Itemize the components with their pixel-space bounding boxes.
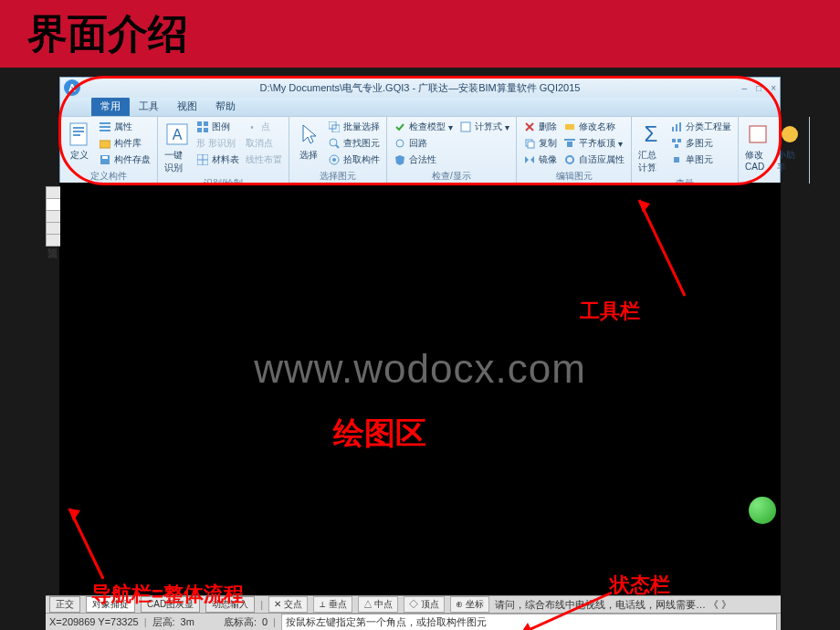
ribbon-group-check: 检查模型 ▾ 回路 合法性 计算式 ▾ 检查/显示 <box>387 117 517 184</box>
svg-rect-31 <box>528 142 534 148</box>
cancel-point-button[interactable]: 取消点 <box>244 136 284 151</box>
sb-coord-button[interactable]: ⊕ 坐标 <box>450 596 489 613</box>
side-tab-draw-input[interactable]: 绘图输入 <box>46 198 60 211</box>
svg-marker-33 <box>530 156 534 163</box>
sb-vertex-button[interactable]: ◇ 顶点 <box>404 596 445 613</box>
green-badge[interactable] <box>749 497 776 524</box>
single-icon <box>670 153 683 166</box>
shield-icon <box>394 153 406 166</box>
point-button[interactable]: •点 <box>244 120 284 134</box>
calc-expr-button[interactable]: 计算式 ▾ <box>457 120 511 134</box>
close-button[interactable]: × <box>771 83 776 93</box>
svg-rect-1 <box>73 127 84 129</box>
sb-coordinates: X=209869 Y=73325 <box>49 616 139 627</box>
sb-intersect-button[interactable]: ✕ 交点 <box>268 596 308 613</box>
svg-rect-41 <box>679 122 681 131</box>
maximize-button[interactable]: □ <box>756 83 761 93</box>
sb-perp-button[interactable]: ⊥ 垂点 <box>313 596 352 613</box>
assistant-icon <box>777 121 803 147</box>
find-element-button[interactable]: 查找图元 <box>326 136 382 151</box>
ribbon: 定义 属性 构件库 构件存盘 定义构件 A 一键识别 <box>60 116 780 184</box>
tab-common[interactable]: 常用 <box>91 97 130 116</box>
ribbon-group-edit: 删除 复制 镜像 修改名称 平齐板顶 ▾ 自适应属性 编辑图元 <box>517 117 632 184</box>
align-icon <box>563 137 576 150</box>
pick-component-button[interactable]: 拾取构件 <box>326 152 382 167</box>
svg-text:A: A <box>173 127 183 142</box>
loop-button[interactable]: 回路 <box>392 136 455 151</box>
component-lib-button[interactable]: 构件库 <box>97 136 152 151</box>
copy-button[interactable]: 复制 <box>521 136 559 151</box>
check-model-button[interactable]: 检查模型 ▾ <box>392 120 455 134</box>
document-icon <box>67 121 92 147</box>
sb-ortho-button[interactable]: 正交 <box>49 596 80 613</box>
search-icon <box>328 137 341 150</box>
batch-select-button[interactable]: 批量选择 <box>326 120 382 134</box>
svg-rect-46 <box>750 126 766 142</box>
adaptive-prop-button[interactable]: 自适应属性 <box>562 152 626 167</box>
side-nav-tabs: 工程设置 绘图输入 表格输入 集中套用做法 报表预览 <box>46 186 60 246</box>
delete-button[interactable]: 删除 <box>521 120 559 134</box>
shape-recognize-button[interactable]: 形 形识别 <box>194 136 241 151</box>
title-bar: A D:\My Documents\电气专业.GQI3 - 广联达—安装BIM算… <box>60 78 780 98</box>
save-icon <box>99 153 111 166</box>
side-tab-table-input[interactable]: 表格输入 <box>46 210 60 223</box>
save-component-button[interactable]: 构件存盘 <box>97 152 152 167</box>
slide-body: A D:\My Documents\电气专业.GQI3 - 广联达—安装BIM算… <box>0 68 840 630</box>
single-element-button[interactable]: 单图元 <box>668 152 733 167</box>
sigma-icon: Σ <box>638 121 664 147</box>
minimize-button[interactable]: – <box>742 83 748 93</box>
side-tab-report-preview[interactable]: 报表预览 <box>46 234 60 247</box>
list-icon <box>99 121 111 133</box>
annotation-toolbar-label: 工具栏 <box>580 298 640 325</box>
svg-rect-14 <box>197 128 202 132</box>
mirror-icon <box>523 153 536 166</box>
properties-button[interactable]: 属性 <box>97 120 152 134</box>
validity-button[interactable]: 合法性 <box>392 152 455 167</box>
tab-tools[interactable]: 工具 <box>130 97 168 116</box>
dot-icon: • <box>246 121 258 133</box>
linear-layout-button[interactable]: 线性布置 <box>244 152 284 167</box>
app-window: A D:\My Documents\电气专业.GQI3 - 广联达—安装BIM算… <box>59 77 781 184</box>
select-button[interactable]: 选择 <box>294 120 323 163</box>
material-table-button[interactable]: 材料表 <box>194 152 241 167</box>
grid-icon <box>196 121 209 133</box>
folder-icon <box>99 137 111 150</box>
svg-rect-34 <box>565 124 574 130</box>
modify-cad-button[interactable]: 修改CAD <box>743 120 772 173</box>
window-controls: – □ × <box>742 83 776 93</box>
multi-element-button[interactable]: 多图元 <box>668 136 733 151</box>
side-tab-project-setup[interactable]: 工程设置 <box>46 186 60 199</box>
legend-button[interactable]: 图例 <box>194 120 241 134</box>
helper-button[interactable]: 小助手 <box>775 120 804 176</box>
svg-rect-3 <box>73 134 80 136</box>
tab-view[interactable]: 视图 <box>168 97 206 116</box>
x-icon <box>523 121 536 133</box>
sum-calc-button[interactable]: Σ 汇总计算 <box>636 120 666 176</box>
arrow-nav <box>62 501 117 583</box>
tab-help[interactable]: 帮助 <box>206 97 245 116</box>
svg-marker-19 <box>303 125 316 143</box>
svg-line-23 <box>336 145 339 148</box>
classify-qty-button[interactable]: 分类工程量 <box>668 120 733 134</box>
svg-rect-4 <box>100 122 110 124</box>
align-top-button[interactable]: 平齐板顶 ▾ <box>562 136 626 151</box>
ribbon-group-misc: 修改CAD 小助手 <box>739 117 810 184</box>
mirror-button[interactable]: 镜像 <box>521 152 559 167</box>
svg-rect-9 <box>102 156 108 159</box>
svg-point-26 <box>396 140 404 147</box>
ribbon-group-select: 选择 批量选择 查找图元 拾取构件 选择图元 <box>289 117 387 184</box>
one-key-recognize-button[interactable]: A 一键识别 <box>163 120 192 176</box>
define-button[interactable]: 定义 <box>65 120 94 163</box>
app-icon[interactable]: A <box>64 79 80 96</box>
sb-midpoint-button[interactable]: △ 中点 <box>358 596 399 613</box>
target-icon <box>328 153 341 166</box>
gear-icon <box>563 153 576 166</box>
copy-icon <box>523 137 536 150</box>
side-tab-apply-method[interactable]: 集中套用做法 <box>46 222 60 235</box>
ribbon-group-quantity: Σ 汇总计算 分类工程量 多图元 单图元 查量 <box>632 117 739 184</box>
svg-rect-43 <box>677 139 681 142</box>
rename-button[interactable]: 修改名称 <box>562 120 626 134</box>
svg-point-47 <box>782 126 798 142</box>
svg-marker-32 <box>525 156 529 163</box>
letter-a-icon: A <box>164 121 190 147</box>
